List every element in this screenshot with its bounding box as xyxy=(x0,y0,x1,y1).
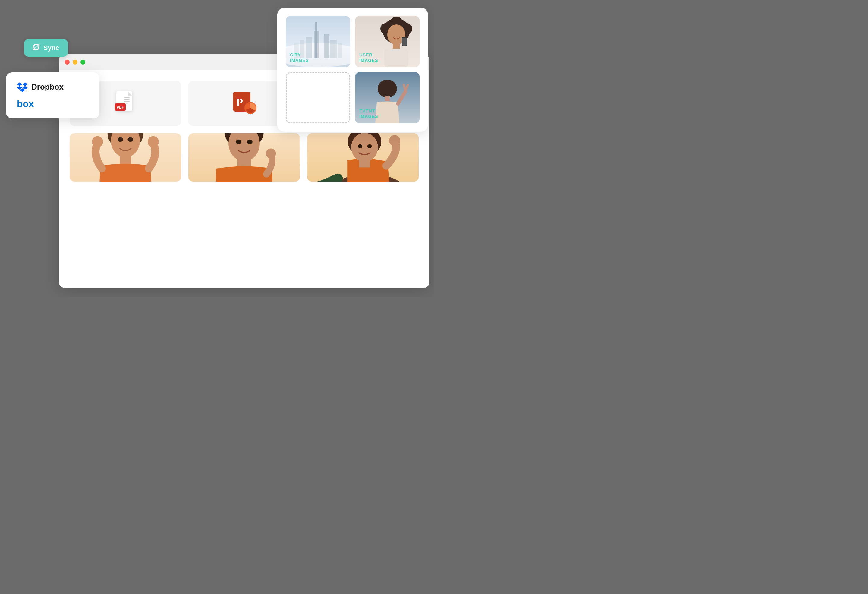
svg-rect-59 xyxy=(359,160,370,167)
svg-point-61 xyxy=(368,145,372,148)
city-images-label: CITYIMAGES xyxy=(290,52,309,63)
svg-rect-9 xyxy=(338,43,342,58)
svg-point-50 xyxy=(266,148,276,158)
svg-text:PDF: PDF xyxy=(117,105,124,109)
svg-point-43 xyxy=(148,136,159,148)
user-images-label: USERIMAGES xyxy=(359,52,378,63)
svg-point-51 xyxy=(236,140,241,144)
maximize-button[interactable] xyxy=(80,60,85,65)
svg-point-44 xyxy=(118,137,123,142)
empty-folder[interactable] xyxy=(286,72,350,123)
svg-point-42 xyxy=(92,136,103,148)
city-images-folder[interactable]: CITYIMAGES xyxy=(286,16,350,67)
dropbox-row: Dropbox xyxy=(17,81,89,92)
box-label: box xyxy=(17,98,34,109)
pdf-icon: PDF xyxy=(113,90,137,117)
svg-rect-29 xyxy=(124,101,130,102)
dropbox-label: Dropbox xyxy=(31,82,63,92)
svg-rect-27 xyxy=(124,98,130,98)
photo-woman3[interactable] xyxy=(307,133,419,182)
svg-rect-3 xyxy=(314,31,319,58)
svg-rect-7 xyxy=(330,40,337,58)
svg-rect-28 xyxy=(124,99,130,100)
event-images-folder[interactable]: EVENTIMAGES xyxy=(355,72,419,123)
svg-rect-5 xyxy=(324,34,329,58)
sync-label: Sync xyxy=(43,44,59,52)
svg-rect-41 xyxy=(120,155,131,164)
folders-grid: CITYIMAGES xyxy=(286,16,419,123)
sync-icon xyxy=(32,43,40,52)
woman3-svg xyxy=(307,133,419,182)
svg-rect-22 xyxy=(385,96,390,101)
svg-rect-19 xyxy=(402,38,407,46)
sync-button[interactable]: Sync xyxy=(24,39,68,57)
svg-rect-49 xyxy=(238,159,251,168)
minimize-button[interactable] xyxy=(72,60,77,65)
svg-point-21 xyxy=(378,80,397,98)
user-images-folder[interactable]: USERIMAGES xyxy=(355,16,419,67)
dropbox-icon xyxy=(17,81,28,92)
svg-text:P: P xyxy=(236,96,243,109)
ppt-icon: P xyxy=(230,89,258,118)
svg-point-45 xyxy=(127,137,133,142)
svg-point-60 xyxy=(358,145,362,148)
folders-card: CITYIMAGES xyxy=(277,7,428,132)
svg-rect-17 xyxy=(384,49,408,67)
box-row: box xyxy=(17,98,89,109)
photo-woman1[interactable] xyxy=(69,133,181,182)
woman2-svg xyxy=(188,133,300,182)
svg-point-52 xyxy=(247,140,252,144)
woman1-svg xyxy=(69,133,181,182)
close-button[interactable] xyxy=(65,60,69,65)
svg-point-56 xyxy=(389,135,400,146)
svg-point-58 xyxy=(351,133,378,162)
photo-woman2[interactable] xyxy=(188,133,300,182)
svg-rect-16 xyxy=(393,43,400,49)
services-card: Dropbox box xyxy=(6,72,99,118)
event-images-label: EVENTIMAGES xyxy=(359,108,378,119)
